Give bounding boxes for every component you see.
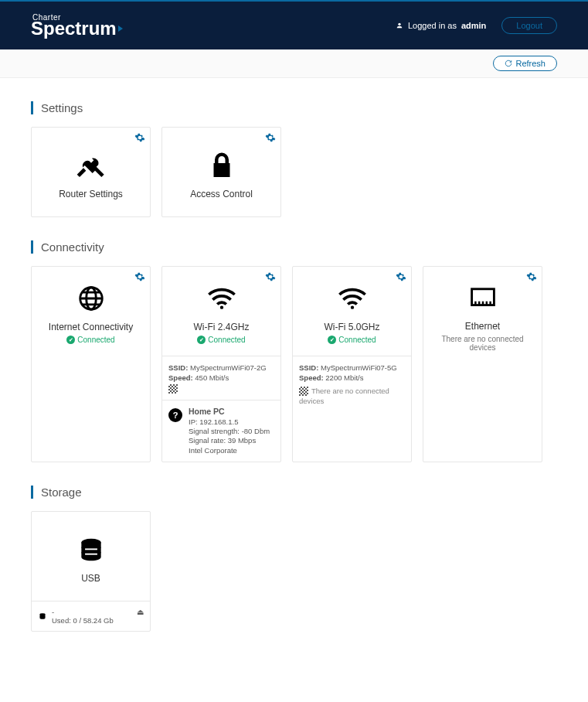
wifi24-details: SSID: MySpectrumWiFi07-2G Speed: 450 Mbi… (162, 356, 280, 400)
speed-label: Speed: (168, 373, 193, 382)
login-user: admin (461, 21, 486, 30)
usb-used: Used: 0 / 58.24 Gb (52, 616, 114, 625)
tools-icon (76, 150, 107, 181)
gear-icon[interactable] (134, 132, 145, 143)
gear-icon[interactable] (265, 271, 276, 282)
device-signal-strength: Signal strength: -80 Dbm (189, 427, 270, 436)
card-ethernet[interactable]: Ethernet There are no connected devices (423, 266, 542, 462)
ssid-label: SSID: (299, 363, 318, 372)
qr-icon[interactable] (299, 387, 308, 396)
lock-icon (208, 150, 236, 181)
svg-point-4 (350, 306, 353, 309)
ssid-label: SSID: (168, 363, 188, 372)
card-main: Internet Connectivity Connected (32, 267, 150, 356)
card-main: Router Settings (32, 128, 150, 216)
card-title: Wi-Fi 2.4GHz (194, 322, 250, 332)
topbar-right: Logged in as admin Logout (396, 17, 557, 34)
ssid-value: MySpectrumWiFi07-5G (321, 363, 397, 372)
user-icon (396, 22, 403, 29)
device-signal-rate: Signal rate: 39 Mbps (189, 436, 270, 445)
gear-icon[interactable] (265, 132, 276, 143)
globe-icon (76, 283, 106, 314)
gear-icon[interactable] (396, 271, 406, 282)
card-access-control[interactable]: Access Control (161, 127, 281, 217)
wifi-icon (337, 283, 368, 314)
card-router-settings[interactable]: Router Settings (31, 127, 151, 217)
unknown-device-icon: ? (168, 408, 182, 422)
card-title: Internet Connectivity (49, 322, 133, 332)
card-wifi-50[interactable]: Wi-Fi 5.0GHz Connected SSID: MySpectrumW… (292, 266, 412, 462)
wifi50-details: SSID: MySpectrumWiFi07-5G Speed: 2200 Mb… (293, 356, 411, 412)
svg-point-3 (219, 306, 223, 309)
login-prefix: Logged in as (408, 21, 457, 30)
topbar: Charter Spectrum Logged in as admin Logo… (0, 0, 588, 49)
card-main: Wi-Fi 5.0GHz Connected (293, 267, 411, 356)
speed-value: 2200 Mbit/s (325, 373, 363, 382)
usb-name: - (52, 608, 114, 616)
card-title: Wi-Fi 5.0GHz (325, 322, 380, 332)
section-title-storage: Storage (31, 486, 557, 499)
card-wifi-24[interactable]: Wi-Fi 2.4GHz Connected SSID: MySpectrumW… (161, 266, 281, 462)
device-name: Home PC (189, 407, 270, 417)
logo: Charter Spectrum (31, 15, 123, 37)
svg-rect-8 (85, 548, 97, 550)
logo-triangle-icon (118, 26, 123, 32)
status-badge: Connected (66, 336, 114, 344)
refresh-button[interactable]: Refresh (493, 56, 557, 71)
section-settings: Settings Router Settings (31, 101, 557, 217)
subbar: Refresh (0, 49, 588, 78)
gear-icon[interactable] (526, 271, 537, 282)
device-ip: 192.168.1.5 (199, 417, 238, 426)
logo-bottom: Spectrum (31, 21, 123, 36)
connectivity-cards: Internet Connectivity Connected Wi-Fi 2.… (31, 266, 557, 462)
qr-icon[interactable] (168, 384, 178, 394)
card-main: USB (32, 512, 150, 601)
section-title-connectivity: Connectivity (31, 240, 557, 254)
status-badge: Connected (328, 336, 376, 344)
card-title: USB (81, 573, 100, 584)
card-title: Access Control (190, 189, 253, 199)
storage-icon (76, 534, 106, 565)
svg-rect-9 (85, 553, 97, 554)
speed-value: 450 Mbit/s (195, 373, 229, 382)
refresh-icon (505, 60, 512, 67)
login-info: Logged in as admin (396, 21, 486, 30)
device-item[interactable]: ? Home PC IP: 192.168.1.5 Signal strengt… (162, 400, 280, 462)
storage-cards: USB - Used: 0 / 58.24 Gb ⏏ (31, 511, 557, 632)
section-storage: Storage USB - Used: 0 / 58.24 Gb (31, 486, 557, 632)
disk-icon (38, 612, 47, 621)
usb-info: - Used: 0 / 58.24 Gb (52, 608, 114, 625)
ethernet-icon (467, 282, 498, 313)
card-main: Wi-Fi 2.4GHz Connected (162, 267, 280, 356)
card-main: Ethernet There are no connected devices (423, 267, 542, 363)
device-ip-label: IP: (189, 417, 198, 426)
usb-details: - Used: 0 / 58.24 Gb ⏏ (32, 601, 150, 631)
card-title: Ethernet (465, 321, 500, 332)
card-internet[interactable]: Internet Connectivity Connected (31, 266, 151, 462)
gear-icon[interactable] (134, 271, 145, 282)
section-title-settings: Settings (31, 101, 557, 114)
device-vendor: Intel Corporate (189, 446, 270, 455)
no-devices-text: There are no connected devices (299, 387, 389, 405)
speed-label: Speed: (299, 373, 324, 382)
card-main: Access Control (162, 128, 280, 216)
card-title: Router Settings (59, 189, 123, 199)
device-info: Home PC IP: 192.168.1.5 Signal strength:… (189, 407, 270, 455)
settings-cards: Router Settings Access Control (31, 127, 557, 217)
status-badge: Connected (197, 336, 245, 344)
eject-icon[interactable]: ⏏ (137, 608, 144, 616)
card-usb[interactable]: USB - Used: 0 / 58.24 Gb ⏏ (31, 511, 151, 632)
wifi-icon (206, 283, 237, 314)
ssid-value: MySpectrumWiFi07-2G (190, 363, 267, 372)
no-devices-text: There are no connected devices (430, 335, 535, 352)
content: Settings Router Settings (0, 78, 588, 678)
svg-point-0 (398, 23, 400, 26)
refresh-label: Refresh (515, 59, 546, 68)
section-connectivity: Connectivity Internet Connectivity Conne… (31, 240, 557, 462)
logout-button[interactable]: Logout (501, 17, 557, 34)
